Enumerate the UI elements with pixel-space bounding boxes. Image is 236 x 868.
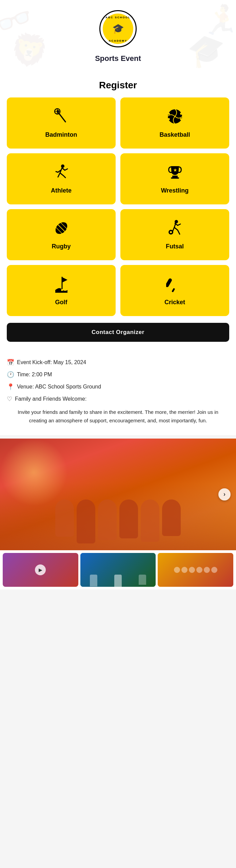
svg-point-19 — [175, 220, 178, 223]
wrestling-label: Wrestling — [161, 187, 189, 194]
kickoff-row: 📅 Event Kick-off: May 15, 2024 — [7, 359, 229, 366]
futsal-label: Futsal — [166, 243, 184, 250]
bg-deco-icon-3: 🦁 — [7, 29, 51, 70]
pin-icon: 📍 — [7, 383, 14, 391]
register-section: Register Badminton — [0, 70, 236, 359]
sport-card-basketball[interactable]: Basketball — [120, 97, 229, 149]
main-gallery-image: › — [0, 439, 236, 550]
register-title: Register — [7, 80, 229, 91]
sport-card-rugby[interactable]: Rugby — [7, 209, 116, 260]
venue-row: 📍 Venue: ABC School Sports Ground — [7, 383, 229, 391]
sport-card-badminton[interactable]: Badminton — [7, 97, 116, 149]
gallery-next-arrow[interactable]: › — [218, 488, 231, 500]
bg-deco-icon-4: 🎓 — [185, 29, 229, 70]
sport-card-wrestling[interactable]: ★ Wrestling — [120, 153, 229, 204]
rugby-label: Rugby — [52, 243, 71, 250]
cricket-icon — [166, 275, 184, 295]
basketball-icon — [166, 108, 184, 128]
logo-inner: ABC SCHOOL 🎓 ACADEMY — [103, 14, 133, 44]
bg-deco-icon-2: 🏃 — [199, 0, 236, 43]
sport-card-golf[interactable]: Golf — [7, 265, 116, 316]
athlete-label: Athlete — [51, 187, 72, 194]
badminton-label: Badminton — [45, 131, 77, 138]
svg-rect-25 — [172, 288, 175, 292]
sport-card-athlete[interactable]: Athlete — [7, 153, 116, 204]
time-row: 🕐 Time: 2:00 PM — [7, 371, 229, 378]
header-title: Sports Event — [7, 54, 229, 63]
svg-point-10 — [180, 118, 182, 120]
logo-bottom-text: ACADEMY — [103, 39, 133, 42]
main-image-placeholder — [0, 439, 236, 550]
svg-rect-12 — [172, 176, 178, 177]
logo-top-text: ABC SCHOOL — [103, 16, 133, 19]
sports-grid: Badminton Basketball — [7, 97, 229, 316]
family-text: Family and Friends Welcome: — [15, 396, 86, 402]
svg-rect-13 — [171, 177, 179, 179]
calendar-icon: 📅 — [7, 359, 14, 366]
basketball-label: Basketball — [159, 131, 190, 138]
svg-point-23 — [61, 289, 63, 291]
svg-point-8 — [180, 113, 182, 115]
welcome-paragraph: Invite your friends and family to share … — [7, 408, 229, 425]
play-icon-1: ▶ — [35, 564, 46, 575]
svg-rect-24 — [166, 278, 173, 288]
svg-point-11 — [61, 164, 64, 168]
thumb-1-overlay: ▶ — [3, 553, 78, 587]
thumbnail-2[interactable] — [80, 553, 156, 587]
svg-line-1 — [59, 113, 65, 122]
svg-point-9 — [168, 118, 170, 120]
logo-circle: ABC SCHOOL 🎓 ACADEMY — [99, 10, 137, 47]
logo-container: ABC SCHOOL 🎓 ACADEMY — [99, 10, 137, 47]
sport-card-cricket[interactable]: Cricket — [120, 265, 229, 316]
svg-point-21 — [170, 231, 172, 233]
heart-icon: ♡ — [7, 395, 12, 403]
golf-icon — [53, 275, 70, 295]
kickoff-text: Event Kick-off: May 15, 2024 — [17, 359, 86, 365]
event-info-section: 📅 Event Kick-off: May 15, 2024 🕐 Time: 2… — [0, 359, 236, 435]
bg-deco-icon-1: 👓 — [0, 0, 38, 44]
time-text: Time: 2:00 PM — [17, 372, 52, 378]
clock-icon: 🕐 — [7, 371, 14, 378]
thumbnail-1[interactable]: ▶ — [3, 553, 78, 587]
header-section: 👓 🏃 🦁 🎓 ABC SCHOOL 🎓 ACADEMY Sports Even… — [0, 0, 236, 70]
thumbnail-3[interactable] — [158, 553, 233, 587]
logo-icon: 🎓 — [112, 23, 124, 34]
svg-point-7 — [168, 113, 170, 115]
cricket-label: Cricket — [164, 299, 185, 306]
wrestling-icon: ★ — [166, 163, 184, 184]
svg-text:★: ★ — [173, 168, 177, 173]
thumbnail-row: ▶ — [0, 550, 236, 589]
family-row: ♡ Family and Friends Welcome: — [7, 395, 229, 403]
sport-card-futsal[interactable]: Futsal — [120, 209, 229, 260]
futsal-icon — [166, 219, 184, 240]
contact-organizer-button[interactable]: Contact Organizer — [7, 323, 229, 342]
badminton-icon — [53, 108, 70, 128]
rugby-icon — [53, 219, 70, 240]
gallery-section: › ▶ — [0, 439, 236, 589]
golf-label: Golf — [55, 299, 67, 306]
venue-text: Venue: ABC School Sports Ground — [17, 384, 101, 390]
athlete-icon — [53, 163, 70, 184]
